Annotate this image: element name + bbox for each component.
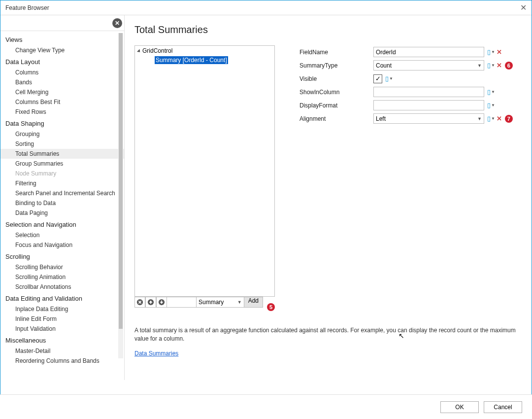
database-icon[interactable]: ▯ — [487, 48, 491, 56]
prop-icons: ▯▼ — [487, 88, 495, 96]
tree-root[interactable]: GridControl — [135, 46, 274, 56]
expander-icon[interactable] — [137, 49, 141, 53]
chevron-down-icon[interactable]: ▼ — [491, 63, 495, 68]
sidebar-item[interactable]: Change View Type — [0, 45, 124, 55]
data-summaries-link[interactable]: Data Summaries — [134, 350, 522, 357]
sidebar-item[interactable]: Filtering — [0, 178, 124, 188]
main-area: ✕ ViewsChange View TypeData LayoutColumn… — [0, 15, 532, 380]
properties-panel: FieldName▯▼✕SummaryTypeCount▼▯▼✕6Visible… — [299, 45, 522, 308]
sidebar: ✕ ViewsChange View TypeData LayoutColumn… — [0, 15, 125, 380]
move-down-button[interactable] — [156, 297, 167, 308]
clear-icon[interactable]: ✕ — [497, 115, 502, 122]
sidebar-item[interactable]: Scrollbar Annotations — [0, 282, 124, 292]
annotation-badge: 7 — [505, 115, 513, 123]
add-button[interactable]: Add — [244, 297, 263, 308]
sidebar-category: Scrolling — [0, 250, 124, 262]
search-input[interactable] — [0, 18, 112, 29]
page-title: Total Summaries — [134, 24, 522, 35]
prop-select[interactable]: Count▼ — [373, 60, 484, 70]
sidebar-item[interactable]: Scrolling Behavior — [0, 262, 124, 272]
footer: OK Cancel — [0, 394, 532, 419]
window-title: Feature Browser — [5, 4, 520, 11]
sidebar-category: Data Editing and Validation — [0, 292, 124, 304]
database-icon[interactable]: ▯ — [487, 88, 491, 96]
ok-button[interactable]: OK — [440, 401, 479, 413]
prop-icons: ▯▼✕ — [487, 115, 502, 122]
prop-row: DisplayFormat▯▼ — [299, 99, 522, 112]
prop-row: Visible✓▯▼ — [299, 72, 522, 85]
sidebar-item[interactable]: Columns — [0, 68, 124, 77]
sidebar-item[interactable]: Inline Edit Form — [0, 314, 124, 324]
prop-label: FieldName — [299, 49, 373, 56]
sidebar-item[interactable]: Data Paging — [0, 208, 124, 218]
sidebar-item[interactable]: Binding to Data — [0, 198, 124, 208]
prop-label: DisplayFormat — [299, 102, 373, 109]
close-icon[interactable]: ✕ — [520, 3, 527, 12]
chevron-down-icon[interactable]: ▼ — [491, 90, 495, 94]
search-clear-icon[interactable]: ✕ — [112, 18, 122, 28]
prop-row: SummaryTypeCount▼▯▼✕6 — [299, 59, 522, 72]
content: Total Summaries GridControl Summary [Ord… — [125, 15, 532, 380]
tree-column: GridControl Summary [OrderId - Count] Su… — [134, 45, 275, 308]
sidebar-item[interactable]: Scrolling Animation — [0, 272, 124, 282]
titlebar: Feature Browser ✕ — [0, 0, 532, 15]
clear-icon[interactable]: ✕ — [497, 62, 502, 69]
sidebar-category: Views — [0, 33, 124, 45]
prop-select[interactable]: Left▼ — [373, 113, 484, 124]
delete-button[interactable] — [134, 297, 145, 308]
chevron-down-icon[interactable]: ▼ — [389, 76, 393, 81]
sidebar-category: Miscellaneous — [0, 334, 124, 346]
prop-label: Visible — [299, 75, 373, 82]
prop-label: SummaryType — [299, 62, 373, 69]
sidebar-item[interactable]: Search Panel and Incremental Search — [0, 188, 124, 198]
sidebar-item[interactable]: Focus and Navigation — [0, 240, 124, 250]
sidebar-item: Node Summary — [0, 169, 124, 178]
summary-type-select[interactable]: Summary▼ — [197, 297, 244, 308]
cancel-button[interactable]: Cancel — [484, 401, 522, 413]
sidebar-tree: ViewsChange View TypeData LayoutColumnsB… — [0, 31, 124, 380]
sidebar-item[interactable]: Cell Merging — [0, 87, 124, 97]
sidebar-category: Data Layout — [0, 55, 124, 68]
prop-row: ShowInColumn▯▼ — [299, 85, 522, 99]
annotation-badge: 6 — [505, 62, 513, 70]
prop-row: FieldName▯▼✕ — [299, 45, 522, 59]
prop-input[interactable] — [373, 87, 484, 97]
database-icon[interactable]: ▯ — [487, 102, 491, 109]
database-icon[interactable]: ▯ — [487, 115, 491, 122]
database-icon[interactable]: ▯ — [487, 62, 491, 69]
scrollbar[interactable] — [118, 33, 123, 358]
sidebar-item[interactable]: Reordering Columns and Bands — [0, 356, 124, 366]
prop-label: ShowInColumn — [299, 89, 373, 96]
chevron-down-icon[interactable]: ▼ — [491, 116, 495, 121]
description-text: A total summary is a result of an aggreg… — [134, 326, 522, 343]
prop-icons: ▯▼ — [385, 75, 393, 82]
database-icon[interactable]: ▯ — [385, 75, 389, 82]
sidebar-item[interactable]: Selection — [0, 230, 124, 240]
sidebar-item[interactable]: Master-Detail — [0, 346, 124, 356]
annotation-5: 5 — [267, 303, 275, 311]
summary-tree[interactable]: GridControl Summary [OrderId - Count] — [134, 45, 275, 297]
prop-row: AlignmentLeft▼▯▼✕7 — [299, 112, 522, 125]
prop-input[interactable] — [373, 47, 484, 57]
clear-icon[interactable]: ✕ — [497, 48, 502, 56]
prop-input[interactable] — [373, 100, 484, 110]
tree-child[interactable]: Summary [OrderId - Count] — [135, 56, 274, 65]
tree-toolbar: Summary▼ Add 5 — [134, 297, 275, 308]
sidebar-item[interactable]: Input Validation — [0, 324, 124, 334]
sidebar-item[interactable]: Grouping — [0, 129, 124, 139]
sidebar-item[interactable]: Sorting — [0, 139, 124, 149]
sidebar-item[interactable]: Columns Best Fit — [0, 97, 124, 107]
prop-icons: ▯▼✕ — [487, 62, 502, 69]
prop-label: Alignment — [299, 115, 373, 122]
move-up-button[interactable] — [145, 297, 156, 308]
sidebar-item[interactable]: Total Summaries — [0, 149, 124, 159]
prop-checkbox[interactable]: ✓ — [373, 74, 382, 83]
sidebar-item[interactable]: Bands — [0, 77, 124, 87]
sidebar-item[interactable]: Group Summaries — [0, 159, 124, 169]
chevron-down-icon[interactable]: ▼ — [491, 50, 495, 54]
search-row: ✕ — [0, 15, 124, 31]
sidebar-category: Data Shaping — [0, 117, 124, 129]
sidebar-item[interactable]: Fixed Rows — [0, 107, 124, 117]
chevron-down-icon[interactable]: ▼ — [491, 103, 495, 107]
sidebar-item[interactable]: Inplace Data Editing — [0, 304, 124, 314]
